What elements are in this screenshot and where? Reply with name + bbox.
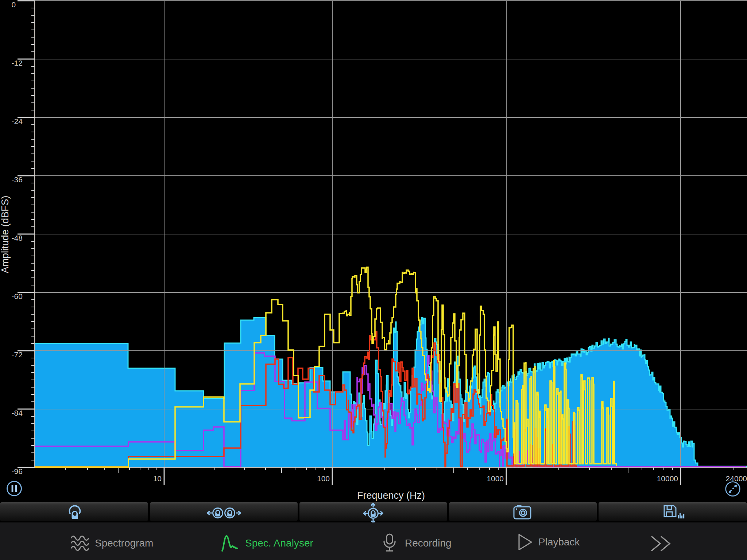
svg-text:-12: -12 (12, 59, 23, 67)
svg-text:Frequency (Hz): Frequency (Hz) (357, 490, 425, 501)
svg-text:-60: -60 (12, 292, 23, 300)
svg-text:Amplitude (dBFS): Amplitude (dBFS) (0, 195, 11, 273)
svg-text:1000: 1000 (487, 474, 504, 483)
svg-text:10000: 10000 (657, 474, 678, 483)
svg-text:24000: 24000 (726, 474, 747, 483)
svg-text:-72: -72 (12, 350, 23, 359)
svg-text:-84: -84 (12, 409, 23, 417)
svg-text:-96: -96 (12, 467, 23, 475)
svg-text:-24: -24 (12, 117, 23, 125)
svg-text:10: 10 (153, 474, 162, 483)
svg-text:-48: -48 (12, 234, 23, 242)
svg-text:-36: -36 (12, 175, 23, 184)
svg-text:100: 100 (317, 474, 330, 483)
svg-text:0: 0 (12, 0, 16, 9)
